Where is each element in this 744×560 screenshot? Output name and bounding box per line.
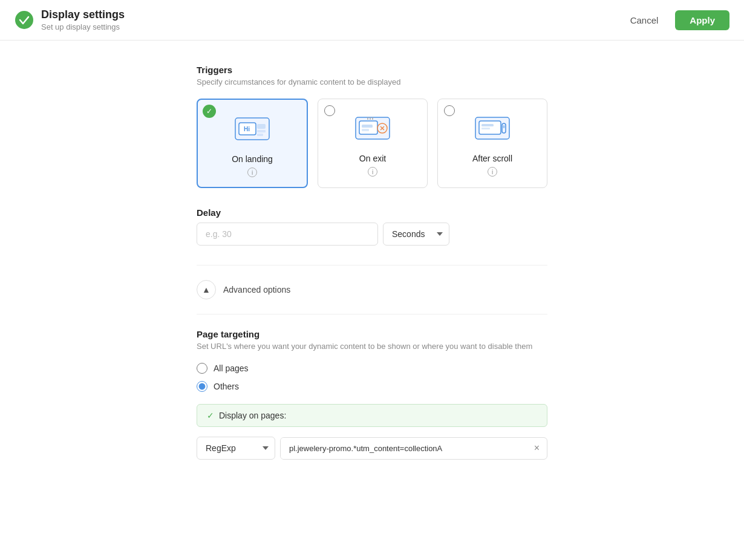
trigger-card-on-exit[interactable]: On exit i (318, 99, 428, 188)
others-radio[interactable] (197, 381, 207, 392)
svg-rect-19 (481, 124, 494, 126)
trigger-cards: ✓ Hi On landing i (197, 99, 547, 188)
on-landing-label: On landing (232, 154, 273, 164)
page-targeting-section: Page targeting Set URL's where you want … (197, 329, 547, 460)
header-title-group: Display settings Set up display settings (41, 8, 125, 31)
on-landing-icon-area: Hi (233, 116, 272, 147)
after-scroll-label: After scroll (472, 154, 512, 163)
on-exit-radio[interactable] (324, 105, 335, 116)
on-exit-illustration (353, 115, 392, 144)
on-exit-icon-area (353, 115, 392, 146)
main-content: Triggers Specify circumstances for dynam… (184, 41, 560, 484)
svg-rect-6 (257, 134, 263, 136)
after-scroll-illustration (473, 115, 512, 144)
header: Display settings Set up display settings… (0, 0, 744, 41)
on-exit-info-icon[interactable]: i (368, 167, 377, 177)
after-scroll-radio[interactable] (444, 105, 455, 116)
url-clear-button[interactable]: × (527, 443, 547, 454)
selected-check-icon: ✓ (203, 105, 216, 118)
delay-section: Delay Seconds Minutes (197, 207, 547, 246)
after-scroll-icon-area (473, 115, 512, 146)
svg-rect-22 (503, 125, 505, 128)
url-input[interactable] (281, 438, 527, 459)
chevron-up-icon: ▲ (202, 285, 210, 295)
svg-rect-4 (257, 124, 266, 129)
others-label: Others (214, 382, 239, 391)
header-actions: Cancel Apply (621, 10, 729, 30)
check-circle-icon (15, 10, 34, 30)
svg-text:Hi: Hi (244, 126, 250, 132)
display-on-pages-banner: ✓ Display on pages: (197, 404, 547, 427)
page-targeting-desc: Set URL's where you want your dynamic co… (197, 342, 547, 351)
apply-button[interactable]: Apply (675, 10, 729, 30)
advanced-options-label: Advanced options (223, 285, 290, 295)
divider-2 (197, 314, 547, 314)
all-pages-radio[interactable] (197, 363, 207, 374)
url-row: RegExp Contains Equals Starts with × (197, 437, 547, 460)
others-radio-row[interactable]: Others (197, 381, 547, 392)
triggers-desc: Specify circumstances for dynamic conten… (197, 77, 547, 86)
page-targeting-radio-group: All pages Others (197, 363, 547, 392)
all-pages-label: All pages (214, 363, 249, 373)
page-title: Display settings (41, 8, 125, 21)
trigger-card-after-scroll[interactable]: After scroll i (437, 99, 547, 188)
on-landing-info-icon[interactable]: i (247, 168, 257, 177)
header-left: Display settings Set up display settings (15, 8, 125, 31)
svg-rect-5 (257, 130, 266, 132)
all-pages-radio-row[interactable]: All pages (197, 363, 547, 374)
advanced-options-row: ▲ Advanced options (197, 280, 547, 299)
advanced-options-toggle[interactable]: ▲ (197, 280, 216, 299)
divider-1 (197, 265, 547, 265)
delay-inputs: Seconds Minutes (197, 223, 547, 246)
trigger-card-on-landing[interactable]: ✓ Hi On landing i (197, 99, 308, 188)
delay-label: Delay (197, 207, 547, 218)
svg-rect-12 (362, 125, 373, 128)
triggers-title: Triggers (197, 65, 547, 75)
url-input-wrap: × (280, 437, 547, 460)
cancel-button[interactable]: Cancel (621, 10, 668, 30)
on-exit-label: On exit (359, 154, 386, 163)
svg-rect-13 (362, 129, 369, 131)
page-subtitle: Set up display settings (41, 22, 125, 31)
regexp-select[interactable]: RegExp Contains Equals Starts with (197, 437, 275, 460)
display-on-pages-label: Display on pages: (219, 411, 286, 420)
svg-rect-20 (481, 128, 490, 129)
banner-check-icon: ✓ (207, 411, 214, 420)
after-scroll-info-icon[interactable]: i (488, 167, 497, 177)
svg-point-0 (15, 11, 33, 29)
delay-number-input[interactable] (197, 223, 378, 246)
delay-unit-select[interactable]: Seconds Minutes (383, 223, 449, 246)
page-targeting-title: Page targeting (197, 329, 547, 339)
on-landing-illustration: Hi (233, 116, 272, 145)
